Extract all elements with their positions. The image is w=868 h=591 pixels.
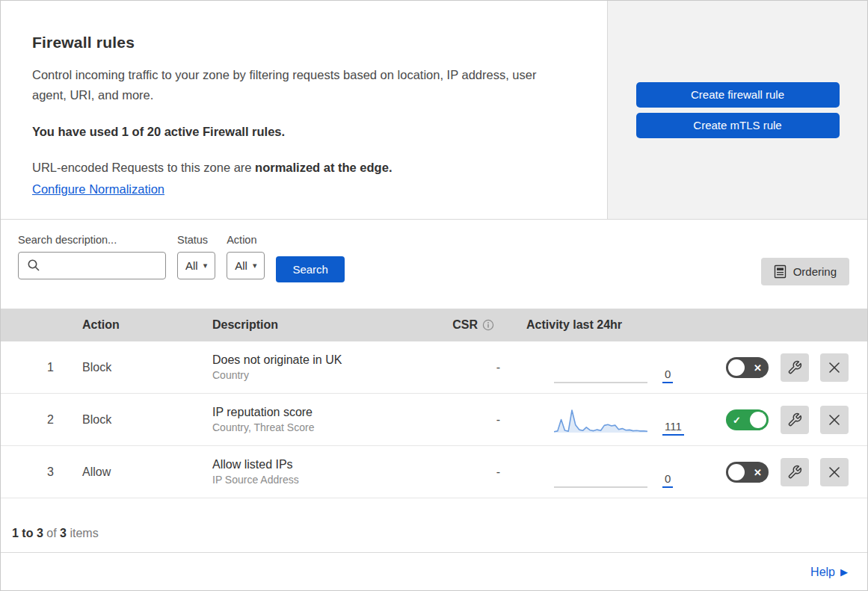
pagination-of: of <box>46 527 56 539</box>
wrench-icon <box>787 465 802 480</box>
activity-count-link[interactable]: 111 <box>662 421 684 436</box>
rule-activity-cell: 0 <box>524 341 696 393</box>
search-button[interactable]: Search <box>276 256 345 282</box>
delete-rule-button[interactable] <box>820 353 849 382</box>
rule-enabled-toggle[interactable]: ✓ <box>726 409 769 430</box>
csr-header-label: CSR <box>452 318 478 332</box>
rule-priority: 3 <box>1 446 68 498</box>
header-text-block: Firewall rules Control incoming traffic … <box>1 1 607 219</box>
rule-description-cell: IP reputation score Country, Threat Scor… <box>212 394 449 445</box>
page-title: Firewall rules <box>32 34 577 52</box>
status-select[interactable]: All ▾ <box>177 252 215 279</box>
status-selected-value: All <box>185 259 198 272</box>
close-icon <box>828 413 841 427</box>
close-icon <box>828 361 841 374</box>
check-icon: ✓ <box>733 414 741 425</box>
activity-sparkline <box>554 407 647 436</box>
rule-description: IP reputation score <box>212 406 313 419</box>
rule-controls: ✕ <box>696 446 867 498</box>
page-description: Control incoming traffic to your zone by… <box>32 65 567 105</box>
status-filter-group: Status All ▾ <box>177 234 215 279</box>
edit-rule-button[interactable] <box>781 353 809 382</box>
action-column-header: Action <box>68 318 212 332</box>
chevron-down-icon: ▾ <box>203 261 208 270</box>
table-header: Action Description CSR Activity last 24h… <box>1 309 867 341</box>
x-icon: ✕ <box>754 362 762 373</box>
page-header: Firewall rules Control incoming traffic … <box>1 1 867 220</box>
pagination-items: items <box>70 527 98 539</box>
rule-priority: 1 <box>1 341 68 393</box>
rule-action: Block <box>68 341 212 393</box>
edit-rule-button[interactable] <box>781 458 809 486</box>
header-actions-panel: Create firewall rule Create mTLS rule <box>607 1 867 219</box>
table-row: 3 Allow Allow listed IPs IP Source Addre… <box>1 446 867 498</box>
rule-fields: Country, Threat Score <box>212 421 314 433</box>
activity-column-header: Activity last 24hr <box>524 318 696 332</box>
firewall-rules-page: Firewall rules Control incoming traffic … <box>0 0 868 591</box>
action-label: Action <box>227 234 265 246</box>
rule-priority: 2 <box>1 394 68 445</box>
rule-controls: ✓ <box>696 394 867 445</box>
rule-enabled-toggle[interactable]: ✕ <box>726 462 769 483</box>
search-icon <box>27 259 40 272</box>
action-select[interactable]: All ▾ <box>227 252 265 279</box>
csr-column-header: CSR <box>449 318 524 332</box>
create-firewall-rule-button[interactable]: Create firewall rule <box>636 82 840 108</box>
rule-csr: - <box>449 341 524 393</box>
rule-activity-cell: 0 <box>524 446 696 498</box>
usage-notice: You have used 1 of 20 active Firewall ru… <box>32 125 577 139</box>
toggle-knob <box>728 464 745 480</box>
help-link-label: Help <box>810 566 835 579</box>
toggle-knob <box>750 412 766 428</box>
rule-description: Does not originate in UK <box>212 353 342 367</box>
pagination-total: 3 <box>60 527 67 539</box>
rule-csr: - <box>449 394 524 445</box>
activity-count-link[interactable]: 0 <box>662 473 673 488</box>
rule-csr: - <box>449 446 524 498</box>
rule-fields: IP Source Address <box>212 474 299 486</box>
rule-enabled-toggle[interactable]: ✕ <box>726 357 769 378</box>
action-filter-group: Action All ▾ <box>227 234 265 279</box>
rule-action: Allow <box>68 446 212 498</box>
chevron-down-icon: ▾ <box>253 261 257 270</box>
edit-rule-button[interactable] <box>781 406 809 434</box>
close-icon <box>828 465 841 479</box>
ordering-button[interactable]: Ordering <box>761 258 849 285</box>
pagination-summary: 1 to 3 of 3 items <box>1 498 867 553</box>
pagination-range: 1 to 3 <box>12 527 43 539</box>
action-selected-value: All <box>235 259 247 272</box>
activity-count-link[interactable]: 0 <box>662 368 673 383</box>
normalization-notice: URL-encoded Requests to this zone are no… <box>32 161 577 175</box>
x-icon: ✕ <box>754 466 762 477</box>
activity-sparkline-empty <box>554 382 647 383</box>
ordered-list-icon <box>774 264 787 279</box>
configure-normalization-link[interactable]: Configure Normalization <box>32 182 164 197</box>
rule-description-cell: Does not originate in UK Country <box>212 341 449 393</box>
toggle-knob <box>728 359 745 376</box>
normalization-bold: normalized at the edge. <box>255 161 392 174</box>
delete-rule-button[interactable] <box>820 458 849 486</box>
wrench-icon <box>787 412 802 427</box>
wrench-icon <box>787 360 802 375</box>
create-mtls-rule-button[interactable]: Create mTLS rule <box>636 113 840 138</box>
help-bar: Help ▶ <box>1 553 867 591</box>
search-group: Search description... <box>18 234 166 279</box>
activity-sparkline-empty <box>554 486 647 488</box>
rule-description-cell: Allow listed IPs IP Source Address <box>212 446 449 498</box>
rule-description: Allow listed IPs <box>212 458 293 471</box>
rule-controls: ✕ <box>696 341 867 393</box>
table-row: 1 Block Does not originate in UK Country… <box>1 341 867 394</box>
arrow-right-icon: ▶ <box>840 566 848 578</box>
ordering-button-label: Ordering <box>793 265 837 278</box>
rule-activity-cell: 111 <box>524 394 696 445</box>
table-row: 2 Block IP reputation score Country, Thr… <box>1 394 867 446</box>
delete-rule-button[interactable] <box>820 406 849 434</box>
rule-fields: Country <box>212 369 249 381</box>
description-column-header: Description <box>212 318 449 332</box>
search-label: Search description... <box>18 234 166 246</box>
filter-bar: Search description... Status All ▾ <box>1 220 867 309</box>
help-link[interactable]: Help ▶ <box>810 566 848 579</box>
info-icon[interactable] <box>482 319 494 331</box>
rule-action: Block <box>68 394 212 445</box>
normalization-prefix: URL-encoded Requests to this zone are <box>32 161 255 174</box>
